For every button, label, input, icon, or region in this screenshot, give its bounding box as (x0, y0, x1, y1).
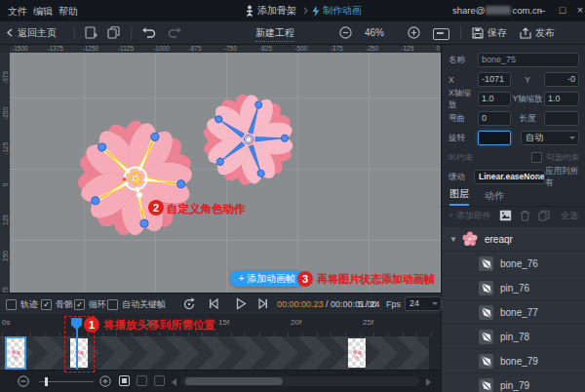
rotation-input[interactable] (478, 131, 511, 145)
layer-item-label: pin_76 (500, 283, 529, 294)
select-all-button[interactable]: 全选 (561, 210, 578, 222)
layer-item-row[interactable]: bone_76 (442, 252, 585, 275)
undo-icon (142, 27, 156, 39)
scale-x-input[interactable]: 1.0 (478, 92, 511, 106)
back-home-button[interactable]: 返回主页 (7, 21, 57, 44)
ruler-corner (0, 45, 10, 53)
timeline-ruler-label: 25f (363, 318, 373, 327)
new-file-button[interactable] (85, 21, 98, 44)
checkbox-icon[interactable]: ✓ (41, 299, 52, 310)
tab-actions[interactable]: 动作 (485, 189, 504, 206)
fps-select[interactable]: 24 (405, 296, 442, 311)
menu-edit[interactable]: 编辑 (33, 5, 53, 19)
chevron-right-icon (303, 7, 308, 15)
x-input[interactable]: -1071 (478, 72, 511, 87)
frame-counter: 5 / 24 (358, 299, 380, 309)
layer-item-row[interactable]: pin_79 (442, 373, 585, 392)
length-input[interactable] (544, 111, 579, 126)
keyframe-0[interactable] (7, 338, 24, 368)
checkbox-icon[interactable] (6, 299, 17, 310)
image-button[interactable] (499, 210, 512, 221)
stage-grid[interactable] (10, 53, 441, 293)
h-ruler-label: -1250 (83, 45, 99, 52)
close-button[interactable]: × (573, 3, 585, 18)
scale-y-input[interactable]: 1.0 (544, 92, 579, 106)
name-label: 名称 (448, 55, 478, 66)
toggle-自动关键帧[interactable]: 自动关键帧 (107, 298, 166, 311)
name-input[interactable]: bone_75 (478, 53, 579, 67)
zoom-level[interactable]: 46% (365, 27, 384, 38)
step-add-skeleton[interactable]: 添加骨架 (257, 4, 296, 18)
layer-item-row[interactable]: bone_77 (442, 300, 585, 324)
tab-layers[interactable]: 图层 (449, 187, 469, 206)
undo-button[interactable] (142, 21, 156, 44)
timeline-zoom-handle[interactable] (45, 377, 48, 386)
layer-item-row[interactable]: pin_76 (442, 276, 585, 299)
canvas-area[interactable]: -1500-1375-1250-1125-1000-875-750-625-50… (0, 45, 441, 293)
layers-toolbar: + 添加部件 全选 (442, 207, 585, 224)
fit-screen-button[interactable] (433, 28, 449, 40)
maximize-button[interactable]: □ (556, 3, 569, 18)
redo-icon (168, 27, 181, 39)
next-frame-button[interactable] (256, 297, 269, 310)
prev-frame-button[interactable] (208, 297, 220, 310)
keyframe-5[interactable] (70, 338, 88, 368)
apply-to-all-link[interactable]: 应用到所有 (545, 166, 579, 189)
timeline-scrollbar[interactable] (181, 376, 419, 386)
timeline-zoom-out-button[interactable] (18, 375, 29, 387)
timeline-ruler[interactable]: 0s5f10f15f20f25f (0, 314, 441, 336)
checkbox-icon[interactable] (107, 299, 118, 310)
minimize-button[interactable]: – (535, 3, 549, 18)
easing-select[interactable]: Linear.easeNone (474, 170, 545, 184)
time-current: 00:00:00.23 (277, 299, 324, 309)
layer-item-label: bone_79 (500, 356, 538, 367)
paste-keyframe-button[interactable] (136, 375, 147, 386)
project-name[interactable]: 新建工程 (255, 26, 294, 42)
scroll-left-arrow[interactable] (172, 378, 176, 386)
y-input[interactable]: -0 (544, 72, 579, 87)
menu-help[interactable]: 帮助 (58, 5, 78, 19)
h-ruler-label: -625 (259, 45, 272, 52)
keyframe-24[interactable] (348, 338, 366, 368)
add-part-button[interactable]: + 添加部件 (448, 210, 491, 222)
layer-root-row[interactable]: ▼ereaqr (442, 227, 585, 251)
layer-item-row[interactable]: pin_78 (442, 325, 585, 348)
duplicate-icon (107, 26, 120, 39)
annotation-2-text: 自定义角色动作 (167, 202, 246, 216)
h-ruler-label: 0 (437, 45, 441, 52)
ik-checkbox[interactable] (531, 152, 542, 163)
checkbox-icon[interactable]: ✓ (74, 299, 85, 310)
add-animation-frame-button[interactable]: + 添加动画帧 (230, 270, 304, 287)
redo-button[interactable] (168, 21, 181, 44)
scroll-right-arrow[interactable] (426, 378, 431, 386)
annotation-2-badge: 2 (148, 200, 164, 216)
toggle-循环[interactable]: ✓循环 (74, 298, 106, 311)
delete-keyframe-button[interactable] (154, 375, 165, 386)
timeline-track[interactable] (0, 336, 441, 370)
timeline-scrollbar-thumb[interactable] (185, 377, 283, 385)
step-make-animation[interactable]: 制作动画 (323, 4, 362, 18)
save-button[interactable]: 保存 (472, 21, 507, 44)
scale-y-label: Y轴缩放 (511, 94, 544, 105)
timeline-zoom-in-button[interactable] (99, 375, 111, 387)
panel-tabs: 图层 动作 (442, 188, 585, 207)
menu-file[interactable]: 文件 (8, 5, 27, 19)
copy-frame-button[interactable] (538, 210, 550, 221)
play-button[interactable] (235, 297, 247, 310)
ik-row: IK约束 勾选约束 (448, 149, 579, 166)
rotation-row: 旋转 自动 (448, 130, 579, 146)
toggle-骨骼[interactable]: ✓骨骼 (41, 298, 73, 311)
rotation-mode-select[interactable]: 自动 (521, 131, 579, 145)
duplicate-button[interactable] (107, 21, 120, 44)
bone-icon (479, 378, 493, 392)
publish-button[interactable]: 发布 (520, 21, 555, 44)
publish-icon (520, 27, 531, 39)
layer-item-row[interactable]: bone_79 (442, 349, 585, 372)
bend-input[interactable]: 0 (478, 111, 511, 126)
zoom-out-button[interactable] (339, 21, 352, 44)
toggle-轨迹[interactable]: 轨迹 (6, 298, 38, 311)
restart-button[interactable] (182, 297, 196, 310)
zoom-in-button[interactable] (408, 21, 420, 44)
delete-button[interactable] (520, 210, 530, 221)
copy-keyframe-button[interactable] (119, 375, 130, 386)
